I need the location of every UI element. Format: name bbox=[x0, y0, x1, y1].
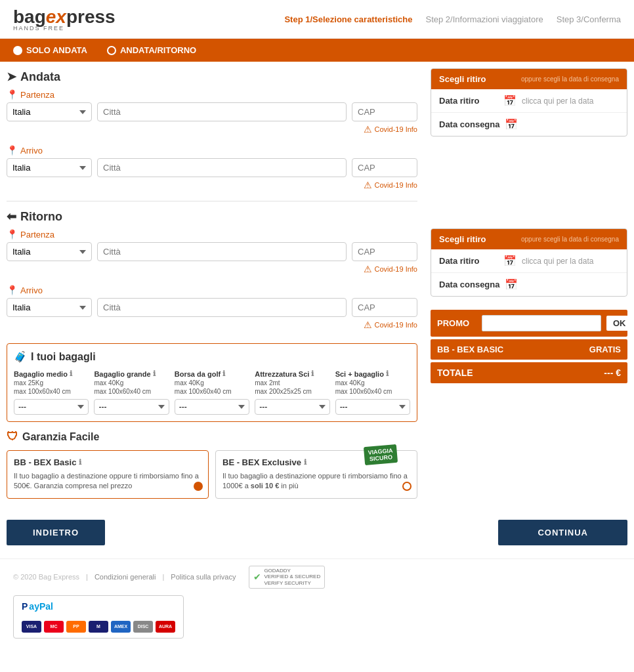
luggage-sci-bag-label: Sci + bagaglio ℹ bbox=[335, 369, 410, 378]
totale-row: TOTALE --- € bbox=[431, 362, 627, 383]
garanzia-be-exclusive-card[interactable]: VIAGGIASICURO BE - BEX Exclusive ℹ Il tu… bbox=[215, 450, 417, 499]
garanzia-section: 🛡 Garanzia Facile BB - BEX Basic ℹ Il tu… bbox=[7, 430, 417, 499]
ritorno-partenza-cap[interactable] bbox=[352, 242, 417, 261]
ritorno-partenza-covid-info[interactable]: ⚠ Covid-19 Info bbox=[364, 264, 417, 274]
luggage-grande-spec2: max 100x60x40 cm bbox=[94, 388, 169, 395]
back-button[interactable]: INDIETRO bbox=[7, 520, 105, 545]
ritorno-arrivo-covid-row: ⚠ Covid-19 Info bbox=[7, 320, 417, 335]
luggage-sci-select[interactable]: --- bbox=[255, 399, 329, 415]
solo-andata-option[interactable]: ● SOLO ANDATA bbox=[13, 45, 87, 55]
andata-data-ritiro-placeholder[interactable]: clicca qui per la data bbox=[522, 96, 593, 106]
promo-label: PROMO bbox=[437, 318, 476, 328]
visa-icon: VISA bbox=[22, 621, 41, 633]
ritorno-date-panel: Scegli ritiro oppure scegli la data di c… bbox=[431, 228, 627, 297]
trip-type-bar: ● SOLO ANDATA ANDATA/RITORNO bbox=[0, 39, 634, 62]
luggage-golf-info-icon[interactable]: ℹ bbox=[222, 369, 225, 378]
ritorno-arrivo-cap[interactable] bbox=[352, 298, 417, 317]
garanzia-be-exclusive-text: Il tuo bagaglio a destinazione oppure ti… bbox=[222, 471, 410, 492]
luggage-medio-info-icon[interactable]: ℹ bbox=[70, 369, 72, 378]
andata-partenza-label: 📍 Partenza bbox=[7, 89, 417, 100]
continue-button[interactable]: CONTINUA bbox=[498, 520, 627, 545]
step1-label[interactable]: Step 1/Selezione caratteristiche bbox=[284, 14, 412, 24]
luggage-sci-spec2: max 200x25x25 cm bbox=[255, 388, 329, 395]
covid-warning-icon2: ⚠ bbox=[364, 180, 372, 190]
bb-bex-basic-value: GRATIS bbox=[589, 345, 621, 354]
garanzia-options: BB - BEX Basic ℹ Il tuo bagaglio a desti… bbox=[7, 450, 417, 499]
garanzia-title: 🛡 Garanzia Facile bbox=[7, 430, 417, 444]
garanzia-be-exclusive-radio-btn[interactable] bbox=[402, 482, 412, 491]
ritorno-arrivo-pin-icon: 📍 bbox=[7, 285, 18, 295]
button-row: INDIETRO CONTINUA bbox=[7, 520, 627, 545]
andata-arrivo-pin-icon: 📍 bbox=[7, 145, 18, 156]
garanzia-bb-basic-text: Il tuo bagaglio a destinazione oppure ti… bbox=[14, 471, 201, 492]
footer-privacy-link[interactable]: Politica sulla privacy bbox=[171, 573, 236, 581]
bagagli-section: 🧳 I tuoi bagagli Bagaglio medio ℹ max 25… bbox=[7, 343, 417, 422]
totale-value: --- € bbox=[604, 368, 621, 378]
solo-andata-radio[interactable]: ● bbox=[13, 46, 22, 55]
promo-input[interactable] bbox=[482, 315, 601, 331]
andata-ritorno-radio[interactable] bbox=[107, 46, 116, 55]
andata-partenza-row: Italia bbox=[7, 102, 417, 121]
andata-calendar-icon: 📅 bbox=[503, 94, 517, 107]
luggage-sci-bag-info-icon[interactable]: ℹ bbox=[386, 369, 389, 378]
andata-arrivo-city[interactable] bbox=[97, 158, 347, 177]
luggage-item-sci: Attrezzatura Sci ℹ max 2mt max 200x25x25… bbox=[255, 369, 329, 415]
luggage-grande-spec1: max 40Kg bbox=[94, 379, 169, 387]
luggage-golf-select[interactable]: --- bbox=[175, 399, 249, 415]
andata-arrivo-country[interactable]: Italia bbox=[7, 158, 92, 177]
andata-date-panel: Scegli ritiro oppure scegli la data di c… bbox=[431, 68, 627, 136]
garanzia-bb-basic-radio-btn[interactable] bbox=[194, 482, 203, 491]
right-column: Scegli ritiro oppure scegli la data di c… bbox=[424, 62, 627, 507]
promo-ok-button[interactable]: OK bbox=[606, 316, 633, 331]
luggage-golf-spec2: max 100x60x40 cm bbox=[175, 388, 249, 395]
ritorno-data-ritiro-placeholder[interactable]: clicca qui per la data bbox=[522, 257, 593, 266]
ritorno-partenza-city[interactable] bbox=[97, 242, 347, 261]
andata-arrivo-covid-info[interactable]: ⚠ Covid-19 Info bbox=[364, 180, 417, 190]
andata-partenza-city[interactable] bbox=[97, 102, 347, 121]
ritorno-arrivo-country[interactable]: Italia bbox=[7, 298, 92, 317]
step2-label[interactable]: Step 2/Informazioni viaggiatore bbox=[426, 14, 543, 24]
ritorno-data-consegna-row: Data consegna 📅 bbox=[431, 273, 627, 296]
andata-consegna-calendar-icon: 📅 bbox=[505, 118, 518, 131]
logo: bagexpress HANDS FREE bbox=[13, 7, 116, 32]
covid-warning-icon3: ⚠ bbox=[364, 264, 372, 274]
ritorno-arrivo-covid-info[interactable]: ⚠ Covid-19 Info bbox=[364, 320, 417, 330]
footer-copyright: © 2020 Bag Express bbox=[13, 573, 79, 581]
garanzia-bb-basic-card[interactable]: BB - BEX Basic ℹ Il tuo bagaglio a desti… bbox=[7, 450, 209, 499]
andata-partenza-cap[interactable] bbox=[352, 102, 417, 121]
luggage-sci-bag-select[interactable]: --- bbox=[335, 399, 410, 415]
andata-partenza-covid-row: ⚠ Covid-19 Info bbox=[7, 124, 417, 140]
aura-icon: AURA bbox=[156, 621, 175, 633]
footer-separator1: | bbox=[86, 573, 88, 581]
ritorno-partenza-country[interactable]: Italia bbox=[7, 242, 92, 261]
andata-partenza-covid-info[interactable]: ⚠ Covid-19 Info bbox=[364, 124, 417, 135]
luggage-grande-select[interactable]: --- bbox=[94, 399, 169, 415]
garanzia-be-exclusive-info-icon[interactable]: ℹ bbox=[304, 458, 306, 467]
ritorno-arrivo-row: Italia bbox=[7, 298, 417, 317]
garanzia-bb-basic-radio[interactable] bbox=[194, 482, 203, 493]
maestro-icon: M bbox=[89, 621, 108, 633]
step3-label[interactable]: Step 3/Conferma bbox=[557, 14, 621, 24]
luggage-grande-info-icon[interactable]: ℹ bbox=[153, 369, 156, 378]
ritorno-consegna-calendar-icon: 📅 bbox=[505, 278, 518, 291]
garanzia-be-exclusive-radio[interactable] bbox=[402, 482, 412, 493]
security-badge: ✔ GODADDYVERIFIED & SECUREDVERIFY SECURI… bbox=[249, 566, 325, 589]
andata-partenza-country[interactable]: Italia bbox=[7, 102, 92, 121]
andata-partenza-pin-icon: 📍 bbox=[7, 89, 18, 100]
luggage-sci-info-icon[interactable]: ℹ bbox=[311, 369, 314, 378]
ritorno-date-panel-header: Scegli ritiro oppure scegli la data di c… bbox=[431, 229, 627, 249]
logo-bag: bag bbox=[13, 7, 46, 27]
luggage-sci-bag-spec1: max 40Kg bbox=[335, 379, 410, 387]
garanzia-bb-basic-title: BB - BEX Basic ℹ bbox=[14, 457, 201, 467]
luggage-medio-select[interactable]: --- bbox=[14, 399, 89, 415]
andata-arrivo-covid-row: ⚠ Covid-19 Info bbox=[7, 180, 417, 196]
andata-ritorno-option[interactable]: ANDATA/RITORNO bbox=[107, 45, 196, 55]
footer-condizioni-link[interactable]: Condizioni generali bbox=[95, 573, 156, 581]
garanzia-bb-basic-info-icon[interactable]: ℹ bbox=[79, 458, 81, 467]
luggage-item-sci-bag: Sci + bagaglio ℹ max 40Kg max 100x60x40 … bbox=[335, 369, 410, 415]
andata-arrivo-cap[interactable] bbox=[352, 158, 417, 177]
ritorno-partenza-pin-icon: 📍 bbox=[7, 229, 18, 240]
andata-ritorno-label: ANDATA/RITORNO bbox=[120, 45, 196, 55]
andata-date-panel-subtext: oppure scegli la data di consegna bbox=[521, 75, 619, 83]
ritorno-arrivo-city[interactable] bbox=[97, 298, 347, 317]
